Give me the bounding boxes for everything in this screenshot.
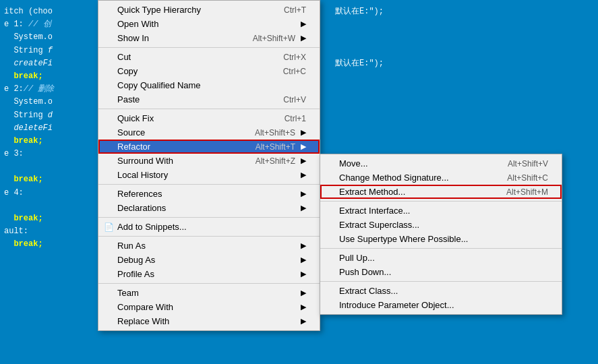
submenu-item-push-down[interactable]: Push Down... bbox=[320, 265, 562, 279]
menu-item-quick-fix[interactable]: Quick Fix Ctrl+1 bbox=[98, 111, 320, 125]
menu-item-copy-qualified-name[interactable]: Copy Qualified Name bbox=[98, 78, 320, 92]
menu-item-references[interactable]: References ▶ bbox=[98, 187, 320, 201]
submenu-item-extract-superclass[interactable]: Extract Superclass... bbox=[320, 218, 562, 232]
menu-item-open-with[interactable]: Open With ▶ bbox=[98, 17, 320, 31]
separator-1 bbox=[98, 47, 320, 48]
menu-item-run-as[interactable]: Run As ▶ bbox=[98, 239, 320, 253]
separator-2 bbox=[98, 109, 320, 109]
code-background-left: itch (choo e 1: // 创 System.o String f c… bbox=[0, 0, 94, 364]
menu-item-team[interactable]: Team ▶ bbox=[98, 286, 320, 300]
submenu-item-move[interactable]: Move... Alt+Shift+V bbox=[320, 156, 562, 171]
menu-item-paste[interactable]: Paste Ctrl+V bbox=[98, 92, 320, 107]
refactor-submenu: Move... Alt+Shift+V Change Method Signat… bbox=[320, 154, 562, 315]
menu-item-profile-as[interactable]: Profile As ▶ bbox=[98, 267, 320, 281]
snippet-icon: 📄 bbox=[102, 222, 115, 232]
menu-item-replace-with[interactable]: Replace With ▶ bbox=[98, 314, 320, 328]
menu-item-refactor[interactable]: Refactor Alt+Shift+T ▶ bbox=[98, 140, 320, 154]
menu-item-show-in[interactable]: Show In Alt+Shift+W ▶ bbox=[98, 31, 320, 45]
menu-item-copy[interactable]: Copy Ctrl+C bbox=[98, 64, 320, 78]
menu-item-add-to-snippets[interactable]: 📄 Add to Snippets... bbox=[98, 220, 320, 234]
submenu-item-extract-interface[interactable]: Extract Interface... bbox=[320, 204, 562, 218]
sub-separator-1 bbox=[320, 201, 562, 202]
menu-item-surround-with[interactable]: Surround With Alt+Shift+Z ▶ bbox=[98, 154, 320, 168]
submenu-item-extract-class[interactable]: Extract Class... bbox=[320, 284, 562, 298]
menu-item-debug-as[interactable]: Debug As ▶ bbox=[98, 253, 320, 267]
menu-item-cut[interactable]: Cut Ctrl+X bbox=[98, 50, 320, 64]
context-menu: Quick Type Hierarchy Ctrl+T Open With ▶ … bbox=[98, 0, 320, 331]
menu-item-source[interactable]: Source Alt+Shift+S ▶ bbox=[98, 125, 320, 140]
menu-item-local-history[interactable]: Local History ▶ bbox=[98, 168, 320, 182]
separator-3 bbox=[98, 184, 320, 185]
separator-5 bbox=[98, 236, 320, 237]
submenu-item-extract-method[interactable]: Extract Method... Alt+Shift+M bbox=[320, 185, 562, 199]
submenu-item-pull-up[interactable]: Pull Up... bbox=[320, 251, 562, 265]
sub-separator-3 bbox=[320, 281, 562, 282]
separator-6 bbox=[98, 283, 320, 284]
menu-item-quick-type-hierarchy[interactable]: Quick Type Hierarchy Ctrl+T bbox=[98, 3, 320, 17]
menu-item-compare-with[interactable]: Compare With ▶ bbox=[98, 300, 320, 314]
submenu-item-use-supertype[interactable]: Use Supertype Where Possible... bbox=[320, 232, 562, 246]
sub-separator-2 bbox=[320, 248, 562, 249]
menu-item-declarations[interactable]: Declarations ▶ bbox=[98, 201, 320, 215]
submenu-item-change-method-signature[interactable]: Change Method Signature... Alt+Shift+C bbox=[320, 171, 562, 185]
submenu-item-introduce-parameter[interactable]: Introduce Parameter Object... bbox=[320, 298, 562, 312]
separator-4 bbox=[98, 217, 320, 218]
